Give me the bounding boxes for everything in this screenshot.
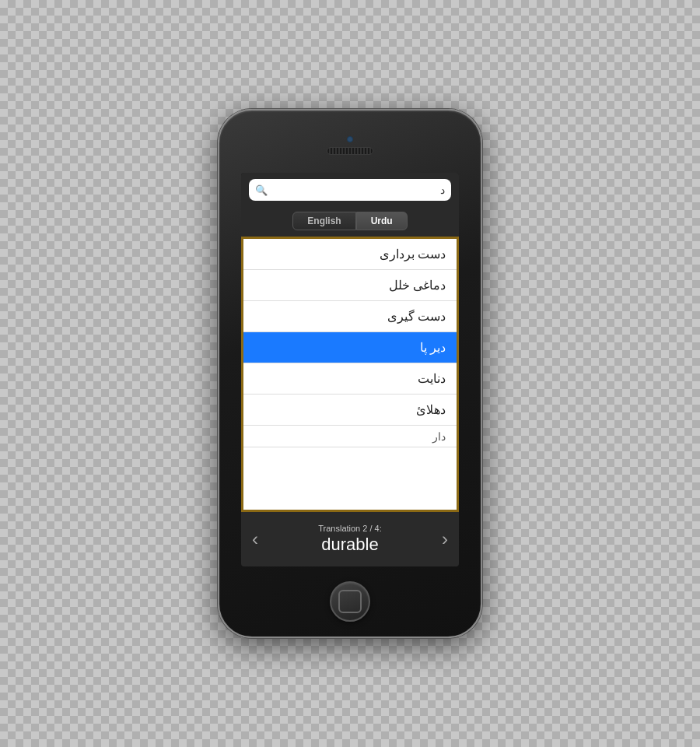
next-arrow[interactable]: ›: [442, 528, 448, 550]
tab-urdu[interactable]: Urdu: [356, 212, 408, 230]
word-list: دست برداری دماغی خلل دست گیری دیر پا دنا…: [241, 237, 459, 512]
list-item[interactable]: دست برداری: [243, 239, 457, 270]
search-input-container[interactable]: 🔍 د: [249, 179, 451, 201]
tab-english[interactable]: English: [292, 212, 355, 230]
camera: [347, 136, 353, 142]
home-button[interactable]: [330, 581, 370, 622]
phone-device: 🔍 د English Urdu دست برداری دماغی خلل دس…: [218, 109, 482, 638]
phone-screen: 🔍 د English Urdu دست برداری دماغی خلل دس…: [241, 173, 459, 566]
translation-word: durable: [321, 535, 378, 555]
speaker: [327, 147, 373, 155]
list-item[interactable]: دماغی خلل: [243, 270, 457, 301]
phone-bottom: [219, 566, 481, 637]
search-icon: 🔍: [255, 184, 268, 196]
translation-label: Translation 2 / 4:: [318, 524, 382, 533]
list-item-selected[interactable]: دیر پا: [243, 332, 457, 363]
home-button-inner: [338, 590, 362, 613]
search-bar: 🔍 د: [241, 173, 459, 207]
translation-bar: ‹ Translation 2 / 4: durable ›: [241, 512, 459, 566]
phone-top: [219, 110, 481, 173]
list-item[interactable]: دست گیری: [243, 301, 457, 332]
list-item[interactable]: دنایت: [243, 363, 457, 395]
tab-bar: English Urdu: [241, 207, 459, 237]
list-item[interactable]: دھلائ: [243, 395, 457, 426]
list-item-partial[interactable]: دار: [243, 426, 457, 447]
search-text: د: [272, 184, 445, 196]
prev-arrow[interactable]: ‹: [252, 528, 258, 550]
